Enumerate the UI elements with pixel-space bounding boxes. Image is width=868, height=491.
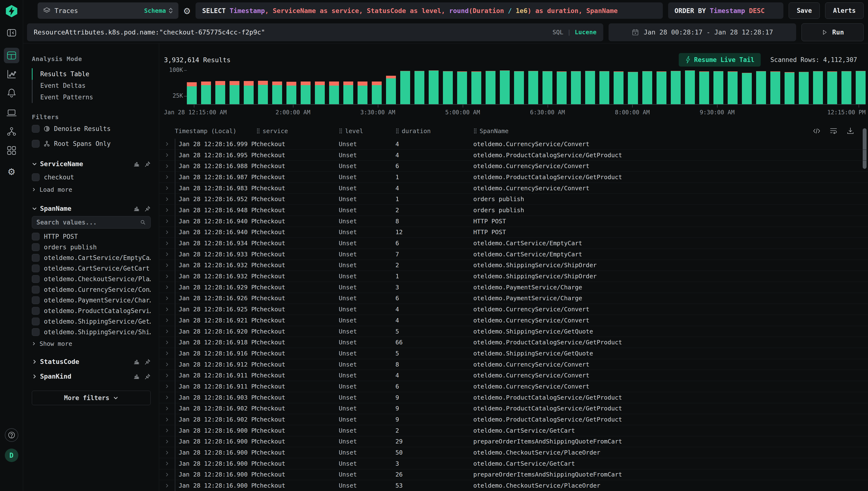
- chart-bar[interactable]: [585, 71, 595, 104]
- facet-value[interactable]: oteldemo.ShippingService/Get…: [32, 316, 151, 326]
- facet-value[interactable]: oteldemo.ProductCatalogServi…: [32, 306, 151, 316]
- col-duration[interactable]: duration: [395, 127, 473, 135]
- chart-bar[interactable]: [500, 70, 510, 104]
- facet-spankind-header[interactable]: SpanKind: [32, 373, 151, 380]
- expand-row-chevron[interactable]: [159, 436, 175, 447]
- chart-bar[interactable]: [201, 82, 211, 104]
- checkbox[interactable]: [32, 318, 39, 325]
- facet-value[interactable]: oteldemo.CheckoutService/Pla…: [32, 274, 151, 284]
- table-row[interactable]: Jan 28 12:28:16.952 PMcheckoutUnset1orde…: [159, 194, 868, 205]
- col-level[interactable]: level: [339, 127, 395, 135]
- table-row[interactable]: Jan 28 12:28:16.926 PMcheckoutUnset6otel…: [159, 293, 868, 304]
- results-table-icon[interactable]: [4, 48, 19, 63]
- chart-bar[interactable]: [657, 71, 666, 104]
- chart-bar[interactable]: [343, 82, 353, 104]
- checkbox[interactable]: [32, 125, 39, 133]
- sql-toggle[interactable]: SQL: [552, 29, 563, 36]
- chart-bar[interactable]: [187, 82, 197, 104]
- alerts-button[interactable]: Alerts: [825, 2, 864, 19]
- checkbox[interactable]: [32, 286, 39, 293]
- chart-bar[interactable]: [613, 71, 624, 104]
- chart-bar[interactable]: [685, 70, 695, 104]
- chart-bar[interactable]: [841, 71, 851, 104]
- table-row[interactable]: Jan 28 12:28:16.932 PMcheckoutUnset2otel…: [159, 260, 868, 271]
- expand-row-chevron[interactable]: [159, 337, 175, 348]
- hyperdx-logo[interactable]: [4, 3, 19, 19]
- table-row[interactable]: Jan 28 12:28:16.929 PMcheckoutUnset3otel…: [159, 282, 868, 293]
- table-row[interactable]: Jan 28 12:28:16.940 PMcheckoutUnset12HTT…: [159, 227, 868, 238]
- chart-bar[interactable]: [542, 71, 552, 104]
- chart-bar[interactable]: [386, 76, 396, 104]
- chart-bar[interactable]: [671, 71, 681, 104]
- expand-row-chevron[interactable]: [159, 150, 175, 161]
- facet-value[interactable]: oteldemo.ShippingService/Shi…: [32, 327, 151, 337]
- alerts-bell-icon[interactable]: [4, 85, 19, 101]
- chart-bar[interactable]: [528, 71, 538, 104]
- chart-bar[interactable]: [315, 82, 325, 104]
- expand-row-chevron[interactable]: [159, 359, 175, 370]
- chart-bar[interactable]: [628, 72, 638, 104]
- expand-row-chevron[interactable]: [159, 381, 175, 392]
- chart-bar[interactable]: [258, 81, 268, 104]
- expand-row-chevron[interactable]: [159, 271, 175, 282]
- facet-chart-icon[interactable]: [133, 358, 140, 365]
- facet-value[interactable]: orders publish: [32, 242, 151, 252]
- expand-row-chevron[interactable]: [159, 315, 175, 326]
- table-row[interactable]: Jan 28 12:28:16.918 PMcheckoutUnset66ote…: [159, 337, 868, 348]
- table-row[interactable]: Jan 28 12:28:16.903 PMcheckoutUnset9otel…: [159, 392, 868, 403]
- chart-bar[interactable]: [599, 71, 609, 104]
- checkbox[interactable]: [32, 140, 39, 148]
- checkbox[interactable]: [32, 243, 39, 251]
- col-spanname[interactable]: SpanName: [473, 127, 868, 135]
- chart-bar[interactable]: [400, 71, 410, 104]
- drag-handle-icon[interactable]: [395, 128, 399, 134]
- expand-row-chevron[interactable]: [159, 403, 175, 414]
- expand-row-chevron[interactable]: [159, 370, 175, 381]
- table-row[interactable]: Jan 28 12:28:16.983 PMcheckoutUnset4otel…: [159, 183, 868, 194]
- avatar[interactable]: D: [5, 449, 18, 462]
- source-selector[interactable]: Traces Schema: [38, 2, 178, 19]
- table-row[interactable]: Jan 28 12:28:16.987 PMcheckoutUnset1otel…: [159, 172, 868, 183]
- chart-bar[interactable]: [415, 71, 424, 104]
- help-icon[interactable]: [5, 428, 18, 442]
- order-by-input[interactable]: ORDER BY Timestamp DESC: [668, 2, 783, 19]
- table-row[interactable]: Jan 28 12:28:16.902 PMcheckoutUnset9otel…: [159, 414, 868, 425]
- facet-value[interactable]: oteldemo.PaymentService/Char…: [32, 295, 151, 305]
- settings-gear-icon[interactable]: ⚙: [4, 164, 19, 179]
- chart-bar[interactable]: [785, 72, 795, 104]
- mode-event-deltas[interactable]: Event Deltas: [32, 80, 151, 91]
- chart-bar[interactable]: [813, 71, 823, 104]
- table-row[interactable]: Jan 28 12:28:16.900 PMcheckoutUnset26pre…: [159, 469, 868, 481]
- table-row[interactable]: Jan 28 12:28:16.900 PMcheckoutUnset53ote…: [159, 480, 868, 491]
- chart-bar[interactable]: [642, 71, 652, 104]
- chart-bar[interactable]: [756, 71, 766, 104]
- save-button[interactable]: Save: [789, 2, 820, 19]
- chart-bar[interactable]: [429, 70, 439, 104]
- table-row[interactable]: Jan 28 12:28:16.920 PMcheckoutUnset5otel…: [159, 326, 868, 337]
- table-row[interactable]: Jan 28 12:28:16.995 PMcheckoutUnset4otel…: [159, 150, 868, 161]
- table-row[interactable]: Jan 28 12:28:16.911 PMcheckoutUnset4otel…: [159, 370, 868, 381]
- table-row[interactable]: Jan 28 12:28:16.902 PMcheckoutUnset9otel…: [159, 403, 868, 414]
- table-row[interactable]: Jan 28 12:28:16.933 PMcheckoutUnset7otel…: [159, 249, 868, 260]
- chart-bar[interactable]: [699, 71, 709, 104]
- mode-event-patterns[interactable]: Event Patterns: [32, 91, 151, 103]
- facet-value[interactable]: oteldemo.CartService/EmptyCa…: [32, 253, 151, 263]
- chart-bar[interactable]: [272, 82, 282, 104]
- table-row[interactable]: Jan 28 12:28:16.932 PMcheckoutUnset1otel…: [159, 271, 868, 282]
- expand-row-chevron[interactable]: [159, 425, 175, 436]
- source-settings-gear-icon[interactable]: ⚙: [184, 5, 190, 16]
- chart-bar[interactable]: [372, 82, 382, 104]
- expand-row-chevron[interactable]: [159, 414, 175, 425]
- table-row[interactable]: Jan 28 12:28:16.900 PMcheckoutUnset29pre…: [159, 436, 868, 447]
- chart-bar[interactable]: [457, 71, 467, 104]
- expand-row-chevron[interactable]: [159, 249, 175, 260]
- drag-handle-icon[interactable]: [473, 128, 477, 134]
- chart-bar[interactable]: [329, 82, 339, 104]
- table-row[interactable]: Jan 28 12:28:16.940 PMcheckoutUnset8HTTP…: [159, 216, 868, 227]
- facet-value[interactable]: oteldemo.CartService/GetCart: [32, 263, 151, 273]
- col-timestamp[interactable]: Timestamp (Local): [175, 127, 256, 135]
- facet-chart-icon[interactable]: [133, 161, 140, 167]
- expand-row-chevron[interactable]: [159, 447, 175, 458]
- table-row[interactable]: Jan 28 12:28:16.900 PMcheckoutUnset50ote…: [159, 447, 868, 458]
- checkbox[interactable]: [32, 328, 39, 336]
